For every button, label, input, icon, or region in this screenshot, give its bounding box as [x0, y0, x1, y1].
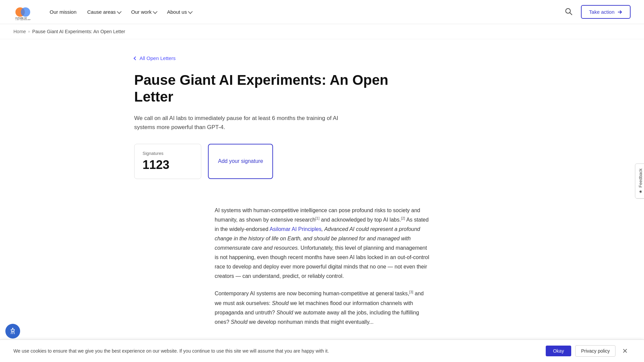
cookie-privacy-button[interactable]: Privacy policy: [575, 345, 615, 355]
feedback-tab[interactable]: ★ Feedback: [635, 163, 644, 198]
article-paragraph-2: Contemporary AI systems are now becoming…: [215, 289, 429, 326]
nav-links: Our mission Cause areas Our work About u…: [50, 9, 563, 15]
breadcrumb-home[interactable]: Home: [13, 29, 26, 34]
article-paragraph-1: AI systems with human-competitive intell…: [215, 206, 429, 281]
breadcrumb-separator: »: [28, 29, 30, 34]
svg-point-1: [21, 7, 30, 17]
feedback-label: Feedback: [638, 168, 643, 187]
cause-areas-dropdown-icon: [117, 9, 121, 14]
nav-our-work[interactable]: Our work: [131, 9, 156, 15]
signatures-count: 1123: [143, 158, 190, 172]
nav-about-us[interactable]: About us: [167, 9, 192, 15]
breadcrumb: Home » Pause Giant AI Experiments: An Op…: [13, 29, 631, 34]
signatures-row: Signatures 1123 Add your signature: [134, 144, 510, 179]
breadcrumb-bar: Home » Pause Giant AI Experiments: An Op…: [0, 24, 644, 39]
page-title: Pause Giant AI Experiments: An Open Lett…: [134, 72, 396, 106]
main-content: All Open Letters Pause Giant AI Experime…: [121, 39, 523, 355]
footnote-ref-2: [2]: [401, 216, 405, 220]
take-action-button[interactable]: Take action: [581, 5, 631, 19]
svg-line-5: [570, 13, 572, 15]
article-body: AI systems with human-competitive intell…: [215, 199, 429, 327]
back-to-open-letters[interactable]: All Open Letters: [134, 55, 510, 61]
search-button[interactable]: [563, 6, 574, 18]
about-us-dropdown-icon: [188, 9, 193, 14]
our-work-dropdown-icon: [153, 9, 157, 14]
feedback-star-icon: ★: [638, 190, 643, 194]
nav-our-mission[interactable]: Our mission: [50, 9, 76, 15]
nav-actions: Take action: [563, 5, 631, 19]
cookie-close-button[interactable]: ✕: [620, 346, 631, 355]
cookie-banner: We use cookies to ensure that we give yo…: [0, 340, 644, 355]
breadcrumb-current: Pause Giant AI Experiments: An Open Lett…: [32, 29, 125, 34]
svg-point-6: [12, 328, 13, 329]
signatures-box: Signatures 1123: [134, 144, 201, 179]
navbar: FUTURE OF LIFE INSTITUTE Our mission Cau…: [0, 0, 644, 24]
accessibility-button[interactable]: [5, 324, 20, 339]
add-signature-button[interactable]: Add your signature: [208, 144, 273, 179]
back-arrow-icon: [133, 56, 137, 60]
article-subtitle: We call on all AI labs to immediately pa…: [134, 114, 342, 132]
site-logo[interactable]: FUTURE OF LIFE INSTITUTE: [13, 4, 34, 20]
svg-text:LIFE INSTITUTE: LIFE INSTITUTE: [15, 19, 31, 20]
footnote-ref-3: [3]: [409, 290, 413, 294]
signatures-label: Signatures: [143, 151, 190, 156]
cookie-actions: Okay Privacy policy ✕: [546, 345, 631, 355]
footnote-ref-1: [1]: [315, 216, 319, 220]
asilomar-ai-principles-link[interactable]: Asilomar AI Principles: [270, 226, 322, 232]
cookie-okay-button[interactable]: Okay: [546, 346, 572, 355]
nav-cause-areas[interactable]: Cause areas: [87, 9, 120, 15]
cookie-message: We use cookies to ensure that we give yo…: [13, 348, 539, 354]
